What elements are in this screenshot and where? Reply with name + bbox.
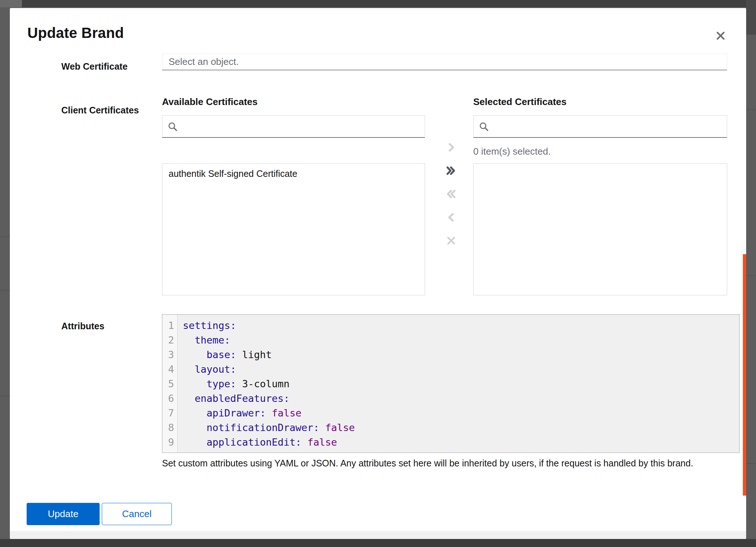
code-line: settings: [183,318,739,333]
available-certificates-heading: Available Certificates [162,96,258,108]
angle-double-left-icon [446,189,456,199]
attributes-label: Attributes [61,321,104,331]
move-selected-to-available-button[interactable] [441,208,461,227]
backdrop-row-divider [0,236,10,237]
angle-left-icon [446,212,456,223]
backdrop-row-divider [0,290,10,291]
available-certificates-list[interactable]: authentik Self-signed Certificate [162,163,425,295]
line-number: 3 [162,348,177,362]
search-icon [479,121,489,132]
update-button[interactable]: Update [27,503,100,525]
client-certificates-label: Client Certificates [61,105,139,116]
line-number: 4 [162,362,177,377]
close-button[interactable] [712,27,729,44]
selected-search-box [473,115,727,138]
web-certificate-placeholder: Select an object. [169,56,239,67]
available-search-input[interactable] [182,116,420,137]
backdrop-top-left [0,0,22,7]
screen: Update Brand Web Certificate Select an o… [0,0,756,547]
web-certificate-label: Web Certificate [61,61,128,72]
code-line: apiDrawer: false [183,406,739,420]
code-line: enabledFeatures: [183,391,739,406]
dual-list-controls [441,138,477,250]
backdrop-top-band [22,0,756,7]
modal-title: Update Brand [27,25,124,41]
line-number: 9 [162,435,177,450]
selected-search-input[interactable] [493,116,722,137]
search-icon [167,121,178,132]
code-editor-gutter: 123456789 [162,315,178,453]
code-editor-content: settings: theme: base: light layout: typ… [178,315,739,453]
move-selected-to-selected-button[interactable] [441,138,461,157]
angle-right-icon [446,142,456,153]
times-icon [446,235,456,246]
code-line: type: 3-column [183,377,739,391]
backdrop-bottom-band [0,539,756,547]
angle-double-right-icon [446,165,456,176]
backdrop-row-divider [746,463,756,464]
scroll-indicator-bar [743,254,746,496]
web-certificate-select[interactable]: Select an object. [162,54,727,70]
line-number: 5 [162,377,177,391]
code-line: notificationDrawer: false [183,420,739,435]
selected-certificates-list[interactable] [473,163,727,295]
selected-count-status: 0 item(s) selected. [473,146,551,157]
close-icon [715,30,726,41]
clear-selection-button[interactable] [441,231,461,250]
selected-certificates-heading: Selected Certificates [473,96,567,108]
move-all-to-available-button[interactable] [441,185,461,203]
backdrop-row-divider [746,275,756,276]
modal-footer-band [10,531,746,539]
code-line: theme: [183,333,739,348]
attributes-code-editor[interactable]: 123456789 settings: theme: base: light l… [162,314,740,453]
line-number: 1 [162,318,177,333]
certificate-list-item[interactable]: authentik Self-signed Certificate [162,164,425,184]
line-number: 6 [162,391,177,406]
line-number: 7 [162,406,177,420]
cancel-button[interactable]: Cancel [102,503,172,525]
code-line: applicationEdit: false [183,435,739,450]
attributes-help-text: Set custom attributes using YAML or JSON… [162,457,717,469]
move-all-to-selected-button[interactable] [441,161,461,180]
line-number: 8 [162,420,177,435]
update-brand-modal: Update Brand Web Certificate Select an o… [10,8,746,539]
code-line: layout: [183,362,739,377]
code-line: base: light [183,348,739,362]
backdrop-right-block [746,0,756,35]
backdrop-row-divider [0,396,10,396]
line-number: 2 [162,333,177,348]
backdrop-row-divider [746,109,756,110]
available-search-box [162,115,425,138]
